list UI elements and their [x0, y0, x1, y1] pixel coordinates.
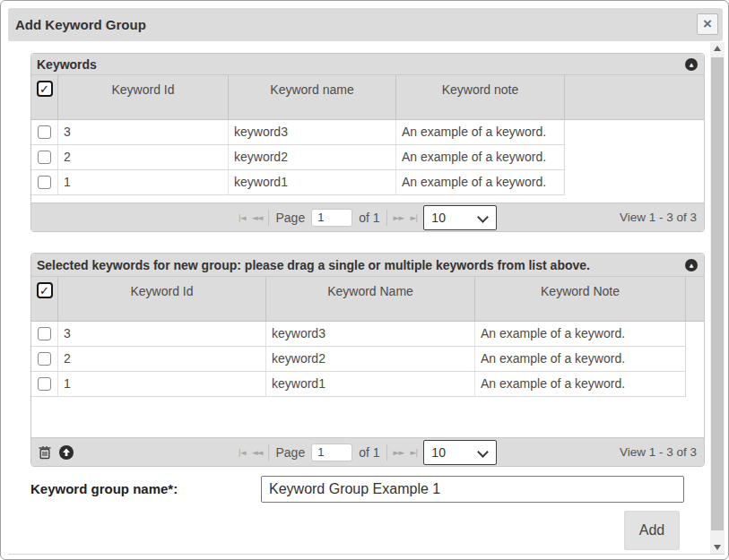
check-icon: ✓	[39, 284, 49, 297]
chevron-down-icon	[477, 211, 489, 223]
next-page-button[interactable]: ►►	[394, 213, 404, 222]
table-row[interactable]: 2 keyword2 An example of a keyword.	[31, 145, 704, 170]
select-all-checkbox[interactable]: ✓	[37, 282, 53, 298]
pager-separator	[386, 444, 387, 461]
view-range-text: View 1 - 3 of 3	[620, 203, 697, 231]
row-checkbox[interactable]	[38, 377, 51, 391]
selected-grid-header: ✓ Keyword Id Keyword Name Keyword Note	[31, 277, 704, 322]
table-row[interactable]: 2 keyword2 An example of a keyword.	[31, 347, 704, 372]
page-size-value: 10	[431, 211, 446, 225]
add-button[interactable]: Add	[624, 511, 680, 550]
row-checkbox[interactable]	[38, 327, 51, 340]
add-keyword-group-dialog: Add Keyword Group × Keywords ▲ ✓ Keyword…	[0, 0, 729, 560]
column-header-keyword-name[interactable]: Keyword Name	[266, 277, 475, 321]
cell-keyword-note: An example of a keyword.	[396, 170, 565, 195]
chevron-down-icon	[477, 446, 489, 458]
page-size-select[interactable]: 10	[423, 440, 497, 465]
cell-keyword-id: 2	[58, 145, 229, 170]
cell-keyword-id: 2	[58, 347, 266, 372]
scrollbar-thumb[interactable]	[711, 57, 724, 530]
keywords-grid-pager: |◄ ◄◄ Page of 1 ►► ►| 10 View 1 - 3 of 3	[31, 202, 704, 231]
pager-controls: |◄ ◄◄ Page of 1 ►► ►| 10	[31, 438, 704, 466]
row-checkbox-cell	[31, 120, 58, 145]
row-checkbox-cell	[31, 347, 58, 372]
selected-grid-pager: |◄ ◄◄ Page of 1 ►► ►| 10 View 1 - 3 of 3	[31, 437, 704, 466]
page-number-input[interactable]	[311, 444, 352, 461]
row-checkbox[interactable]	[38, 125, 51, 139]
selected-keywords-grid: Selected keywords for new group: please …	[30, 253, 705, 467]
collapse-icon[interactable]: ▲	[685, 58, 698, 71]
table-row[interactable]: 1 keyword1 An example of a keyword.	[31, 372, 704, 397]
pager-separator	[268, 210, 269, 226]
prev-page-button[interactable]: ◄◄	[252, 448, 263, 457]
pager-controls: |◄ ◄◄ Page of 1 ►► ►| 10	[31, 203, 704, 231]
cell-keyword-name: keyword3	[229, 120, 396, 145]
page-of-label: of 1	[359, 211, 379, 225]
cell-keyword-note: An example of a keyword.	[396, 145, 565, 170]
view-range-text: View 1 - 3 of 3	[620, 438, 697, 466]
vertical-scrollbar[interactable]	[710, 42, 725, 554]
first-page-button[interactable]: |◄	[239, 213, 246, 222]
row-checkbox-cell	[31, 372, 58, 397]
table-row[interactable]: 1 keyword1 An example of a keyword.	[31, 170, 704, 195]
column-header-keyword-id[interactable]: Keyword Id	[58, 75, 229, 119]
close-button[interactable]: ×	[697, 13, 718, 35]
table-row[interactable]: 3 keyword3 An example of a keyword.	[31, 322, 704, 347]
dialog-titlebar: Add Keyword Group	[8, 8, 723, 41]
collapse-arrow-glyph: ▲	[690, 62, 694, 67]
page-size-value: 10	[431, 445, 446, 460]
cell-keyword-name: keyword1	[229, 170, 396, 195]
page-of-label: of 1	[359, 445, 379, 460]
keyword-group-name-label: Keyword group name*:	[30, 476, 178, 503]
collapse-icon[interactable]: ▲	[685, 259, 698, 271]
select-all-cell: ✓	[31, 277, 58, 321]
page-number-input[interactable]	[311, 209, 352, 227]
dialog-title: Add Keyword Group	[15, 17, 146, 32]
row-checkbox[interactable]	[38, 352, 51, 366]
keywords-grid-body: 3 keyword3 An example of a keyword. 2 ke…	[31, 120, 704, 202]
page-label: Page	[275, 445, 305, 460]
scroll-down-icon[interactable]	[710, 541, 725, 554]
column-header-keyword-note[interactable]: Keyword Note	[475, 277, 686, 321]
selected-grid-body: 3 keyword3 An example of a keyword. 2 ke…	[31, 322, 704, 437]
selected-grid-caption-text: Selected keywords for new group: please …	[37, 258, 590, 272]
select-all-cell: ✓	[31, 75, 58, 119]
column-header-keyword-note[interactable]: Keyword note	[396, 75, 565, 119]
content-bottom-divider	[8, 554, 725, 555]
last-page-button[interactable]: ►|	[410, 448, 417, 457]
collapse-arrow-glyph: ▲	[690, 263, 694, 268]
column-header-keyword-id[interactable]: Keyword Id	[58, 277, 266, 321]
cell-keyword-name: keyword2	[229, 145, 396, 170]
scroll-up-icon[interactable]	[710, 42, 725, 55]
cell-keyword-id: 3	[58, 120, 229, 145]
cell-keyword-name: keyword1	[266, 372, 475, 397]
selected-grid-caption: Selected keywords for new group: please …	[31, 254, 704, 277]
select-all-checkbox[interactable]: ✓	[37, 81, 53, 97]
row-checkbox[interactable]	[38, 176, 51, 189]
keywords-grid-caption-text: Keywords	[37, 57, 97, 72]
pager-separator	[386, 210, 387, 226]
cell-keyword-id: 3	[58, 322, 266, 347]
cell-keyword-id: 1	[58, 372, 266, 397]
keyword-group-name-input[interactable]	[261, 476, 684, 503]
column-header-keyword-name[interactable]: Keyword name	[229, 75, 396, 119]
page-label: Page	[275, 211, 305, 225]
first-page-button[interactable]: |◄	[239, 448, 246, 457]
cell-keyword-note: An example of a keyword.	[475, 322, 686, 347]
column-header-filler	[686, 277, 704, 321]
keywords-grid-header: ✓ Keyword Id Keyword name Keyword note	[31, 75, 704, 120]
page-size-select[interactable]: 10	[423, 205, 497, 230]
row-checkbox-cell	[31, 322, 58, 347]
keywords-grid-caption: Keywords ▲	[31, 54, 704, 75]
close-icon: ×	[703, 15, 712, 33]
row-checkbox[interactable]	[38, 151, 51, 164]
keywords-grid: Keywords ▲ ✓ Keyword Id Keyword name Key…	[30, 53, 705, 232]
last-page-button[interactable]: ►|	[410, 213, 417, 222]
pager-separator	[268, 444, 269, 461]
cell-keyword-name: keyword2	[266, 347, 475, 372]
cell-keyword-note: An example of a keyword.	[396, 120, 565, 145]
prev-page-button[interactable]: ◄◄	[252, 213, 263, 222]
next-page-button[interactable]: ►►	[394, 448, 404, 457]
row-checkbox-cell	[31, 145, 58, 170]
table-row[interactable]: 3 keyword3 An example of a keyword.	[31, 120, 704, 145]
